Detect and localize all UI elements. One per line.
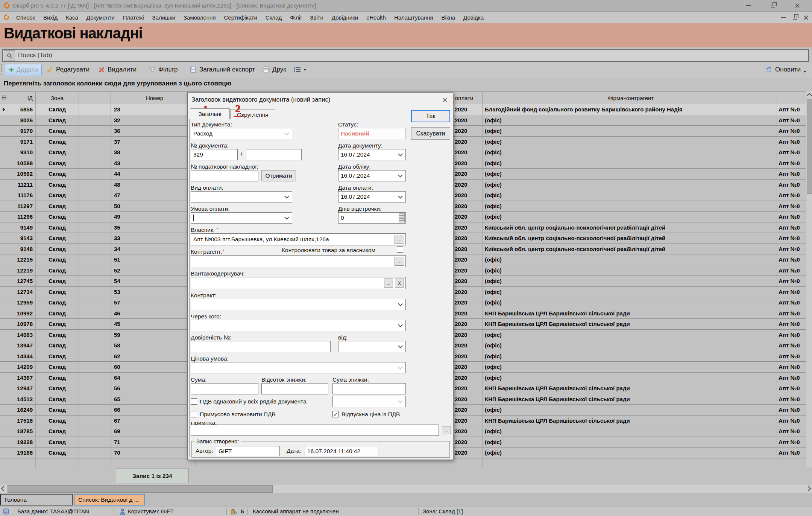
- close-button[interactable]: [792, 2, 803, 9]
- cell-blank: [79, 147, 111, 158]
- contractor-browse-button[interactable]: ...: [395, 257, 404, 266]
- dialog-close-icon[interactable]: [440, 96, 449, 104]
- proxy-date-combo[interactable]: [338, 341, 406, 352]
- minimize-button[interactable]: [743, 2, 754, 9]
- proxy-no-input[interactable]: [191, 341, 331, 352]
- column-header-zone[interactable]: Зона: [36, 92, 79, 104]
- add-button[interactable]: + Додати: [5, 64, 42, 76]
- print-button[interactable]: Друк: [263, 64, 286, 75]
- menu-item[interactable]: Список: [12, 14, 39, 21]
- tax-invoice-input[interactable]: [191, 170, 258, 181]
- owner-input[interactable]: Апт №003 пгт.Барышевка, ул.Киевский шлях…: [191, 233, 406, 245]
- refresh-button[interactable]: Оновити: [765, 64, 806, 75]
- menu-item[interactable]: Філії: [286, 14, 306, 21]
- column-header-blank[interactable]: [79, 92, 111, 104]
- spinner-buttons[interactable]: [399, 213, 405, 222]
- menu-item[interactable]: Довідка: [459, 14, 488, 21]
- tab-home[interactable]: Головна: [0, 494, 73, 505]
- row-indicator-cell: [0, 147, 8, 158]
- consignee-clear-button[interactable]: X: [395, 279, 404, 288]
- contractor-input[interactable]: ...: [191, 255, 406, 267]
- via-whom-combo[interactable]: [191, 320, 406, 331]
- menu-item[interactable]: Залишки: [148, 14, 180, 21]
- vat-force-checkbox[interactable]: [191, 411, 197, 417]
- consignee-input[interactable]: ... X: [191, 277, 406, 289]
- delay-days-spinner[interactable]: 0: [338, 212, 406, 224]
- cancel-button[interactable]: Скасувати: [411, 127, 450, 140]
- column-header-firm[interactable]: Фірма-контрагент: [483, 92, 777, 104]
- edit-button[interactable]: Редагувати: [47, 64, 90, 75]
- menu-item[interactable]: Склад: [261, 14, 286, 21]
- menu-item[interactable]: Сертифікати: [220, 14, 261, 21]
- vat-price-checkbox[interactable]: ✓: [332, 411, 339, 417]
- menu-item[interactable]: Вікна: [437, 14, 460, 21]
- tab-list-documents[interactable]: Список: Видаткові д ...: [74, 494, 145, 505]
- list-options-button[interactable]: [293, 64, 307, 75]
- vat-same-checkbox[interactable]: [191, 398, 197, 405]
- doc-date-combo[interactable]: 16.07.2024: [338, 149, 406, 160]
- doc-no-input[interactable]: 329: [191, 149, 238, 160]
- menu-item[interactable]: Звіти: [306, 14, 328, 21]
- scroll-left-icon[interactable]: [1, 486, 7, 492]
- doc-no-suffix-input[interactable]: [246, 149, 302, 160]
- horizontal-scroll-thumb[interactable]: [8, 485, 273, 493]
- author-input[interactable]: GIFT: [216, 446, 280, 456]
- mdi-close-button[interactable]: [800, 14, 812, 21]
- menu-item[interactable]: Замовлення: [179, 14, 220, 21]
- export-button[interactable]: Загальний експорт: [190, 64, 255, 75]
- sum-input[interactable]: [191, 383, 258, 394]
- column-header-apt[interactable]: [777, 92, 806, 104]
- control-by-owner-checkbox[interactable]: [397, 246, 403, 253]
- column-header-number[interactable]: Номер: [111, 92, 196, 104]
- filter-button[interactable]: Фільтр: [149, 64, 178, 75]
- horizontal-scrollbar[interactable]: [0, 484, 812, 493]
- cell-zone: Склад: [36, 437, 79, 448]
- owner-browse-button[interactable]: ...: [395, 235, 404, 244]
- cell-apt: Апт №0: [777, 319, 806, 329]
- scroll-right-icon[interactable]: [805, 486, 811, 492]
- pay-date-combo[interactable]: 16.07.2024: [338, 191, 406, 202]
- row-indicator-cell: [0, 265, 8, 276]
- vat-rate-combo[interactable]: [332, 396, 406, 407]
- price-condition-combo[interactable]: [191, 362, 406, 373]
- scroll-up-icon[interactable]: [806, 91, 812, 97]
- search-input[interactable]: Поиск (Tab): [2, 49, 809, 62]
- restore-button[interactable]: [767, 2, 779, 9]
- pay-kind-combo[interactable]: [191, 191, 292, 202]
- column-header-id[interactable]: ІД: [8, 92, 36, 104]
- cell-apt: Апт №0: [777, 405, 806, 415]
- menu-item[interactable]: Платежі: [119, 14, 148, 21]
- pay-date-label: Дата оплати:: [338, 184, 373, 191]
- mdi-minimize-button[interactable]: [778, 14, 789, 21]
- ok-button[interactable]: Так: [411, 110, 450, 122]
- pay-term-combo[interactable]: [191, 212, 292, 224]
- cell-payment-year: 2020: [453, 169, 483, 179]
- chevron-down-icon: [398, 399, 403, 403]
- tab-general[interactable]: Загальні: [190, 108, 230, 119]
- column-selector-icon[interactable]: [0, 92, 8, 104]
- account-date-combo[interactable]: 16.07.2024: [338, 170, 406, 181]
- toolbar-grip[interactable]: [1, 64, 4, 75]
- doc-type-combo[interactable]: Расход: [191, 128, 292, 139]
- menu-item[interactable]: Документи: [82, 14, 119, 21]
- discount-percent-input[interactable]: [261, 383, 328, 394]
- note-input[interactable]: [191, 425, 439, 436]
- menu-item[interactable]: Довідники: [328, 14, 362, 21]
- contract-combo[interactable]: [191, 299, 406, 310]
- cell-apt: Апт №0: [777, 158, 806, 169]
- column-header-payment[interactable]: оплати: [453, 92, 483, 104]
- consignee-browse-button[interactable]: ...: [384, 279, 393, 288]
- get-button[interactable]: Отримати: [261, 170, 296, 181]
- vertical-scroll-thumb[interactable]: [807, 99, 812, 194]
- menu-item[interactable]: Вихід: [39, 14, 62, 21]
- mdi-restore-button[interactable]: [789, 14, 800, 21]
- discount-sum-input[interactable]: [332, 383, 406, 394]
- vertical-scrollbar[interactable]: [806, 91, 812, 485]
- menu-item[interactable]: Налаштування: [390, 14, 437, 21]
- note-browse-button[interactable]: ...: [442, 426, 451, 434]
- cell-payment-year: 2020: [453, 222, 483, 233]
- menu-item[interactable]: Каса: [62, 14, 82, 21]
- group-by-area[interactable]: Перетягніть заголовок колонки сюди для у…: [0, 78, 812, 91]
- delete-button[interactable]: Видалити: [99, 64, 137, 75]
- menu-item[interactable]: eHealth: [362, 14, 390, 21]
